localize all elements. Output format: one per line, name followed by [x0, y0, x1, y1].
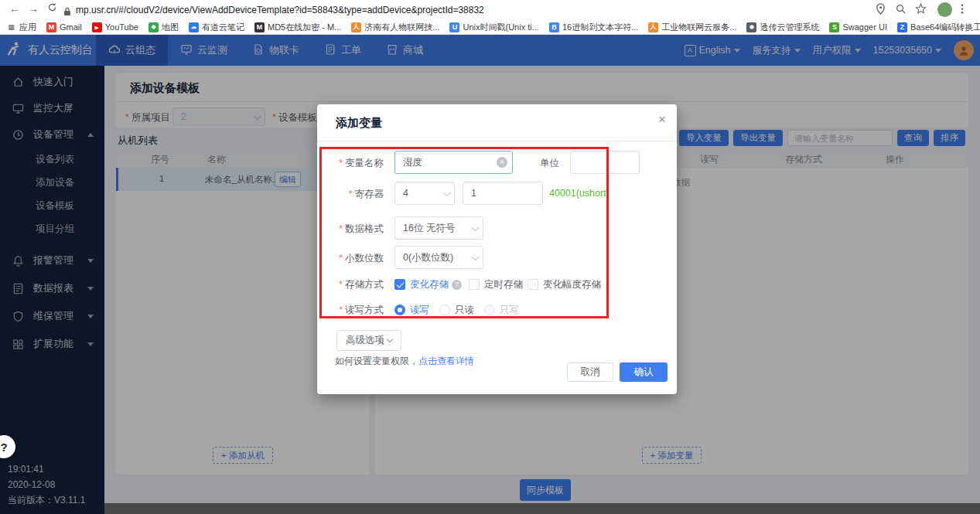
bookmark-unix-time[interactable]: UUnix时间戳(Unix ti... [449, 22, 538, 33]
forward-icon[interactable]: → [26, 2, 40, 15]
brand-title: 有人云控制台 [28, 43, 93, 57]
sidebar-item-maintenance[interactable]: 维保管理 [0, 302, 104, 330]
unit-label: 单位 [540, 157, 559, 170]
add-slave-button[interactable]: + 添加从机 [213, 447, 273, 464]
read-only-option[interactable]: 只读 [455, 304, 474, 317]
back-icon[interactable]: ← [8, 2, 22, 15]
reload-icon[interactable] [45, 2, 59, 15]
register-address-input[interactable] [463, 182, 543, 205]
sort-button[interactable]: 排序 [934, 130, 965, 146]
project-select[interactable]: 2 [172, 107, 265, 126]
shield-icon [12, 311, 24, 322]
bottom-strip [104, 503, 980, 514]
sidebar-item-add-device[interactable]: 添加设备 [0, 171, 104, 194]
tab-work-order[interactable]: 工单 [312, 35, 374, 66]
add-variable-dialog: 添加变量 × 变量名称 × 单位 寄存器 4 40001(ushort) 数据格… [317, 104, 677, 394]
radio-read-write[interactable] [394, 305, 405, 315]
add-variable-button[interactable]: + 添加变量 [642, 447, 702, 464]
browser-chrome: ← → mp.usr.cn/#/cloudV2/device/ViewAddDe… [0, 0, 980, 35]
tab-cloud-scada[interactable]: 云组态 [96, 35, 168, 66]
slave-no: 1 [159, 174, 164, 183]
data-format-select[interactable]: 16位 无符号 [394, 216, 483, 240]
service-support-menu[interactable]: 服务支持 [753, 44, 801, 57]
user-avatar[interactable] [954, 40, 974, 60]
clear-input-icon[interactable]: × [497, 157, 507, 168]
sync-template-button[interactable]: 同步模板 [520, 479, 571, 501]
bookmark-youdao[interactable]: ☁有道云笔记 [189, 22, 244, 33]
bookmark-base64[interactable]: ZBase64编码转换工... [897, 22, 980, 33]
url-row: ← → mp.usr.cn/#/cloudV2/device/ViewAddDe… [0, 0, 980, 20]
radio-write-only[interactable] [484, 305, 495, 315]
address-bar[interactable]: mp.usr.cn/#/cloudV2/device/ViewAddDevice… [76, 5, 484, 15]
bookmark-swagger[interactable]: SSwagger UI [829, 22, 886, 32]
sidebar-item-project-group[interactable]: 项目分组 [0, 217, 104, 240]
timed-storage-option[interactable]: 定时存储 [484, 278, 523, 291]
clock-date: 2020-12-08 [8, 477, 85, 492]
bookmark-apps[interactable]: ▦应用 [6, 22, 36, 33]
location-icon[interactable] [875, 3, 889, 17]
search-icon[interactable] [895, 3, 909, 17]
bookmark-md5[interactable]: MMD5在线加密 - M... [254, 22, 341, 33]
browser-menu-icon[interactable] [957, 3, 971, 17]
close-icon[interactable]: × [658, 112, 666, 128]
usr-person-icon: 人 [351, 22, 361, 32]
help-icon[interactable]: ? [452, 280, 462, 290]
radio-read-only[interactable] [439, 305, 450, 315]
read-write-option[interactable]: 读写 [410, 304, 429, 317]
sidebar-item-data-report[interactable]: 数据报表 [0, 274, 104, 302]
sidebar-item-monitor-screen[interactable]: 监控大屏 [0, 95, 104, 121]
register-hint: 40001(ushort) [549, 182, 610, 205]
unit-input[interactable] [570, 151, 640, 174]
amplitude-storage-option[interactable]: 变化幅度存储 [543, 278, 601, 291]
export-variable-button[interactable]: 导出变量 [733, 130, 783, 146]
sidebar-item-alarm-management[interactable]: 报警管理 [0, 247, 104, 274]
sidebar-item-device-list[interactable]: 设备列表 [0, 148, 104, 171]
data-format-label: 数据格式 [317, 223, 384, 236]
query-button[interactable]: 查询 [897, 130, 929, 146]
cancel-button[interactable]: 取消 [567, 363, 613, 382]
device-submenu: 设备列表 添加设备 设备模板 项目分组 [0, 148, 104, 240]
chevron-down-icon [794, 49, 801, 53]
chevron-down-icon [87, 342, 94, 346]
sidebar-item-extensions[interactable]: 扩展功能 [0, 330, 104, 358]
import-variable-button[interactable]: 导入变量 [679, 130, 729, 146]
bookmarks-bar: ▦应用 MGmail ▶YouTube ◆地图 ☁有道云笔记 MMD5在线加密 … [0, 20, 980, 35]
sidebar-item-device-management[interactable]: 设备管理 [0, 121, 104, 148]
checkbox-change-storage[interactable] [394, 279, 405, 290]
register-select[interactable]: 4 [394, 182, 455, 205]
checkbox-amplitude-storage[interactable] [528, 279, 538, 290]
unix-icon: U [449, 22, 459, 32]
view-details-link[interactable]: 点击查看详情 [418, 356, 474, 366]
bookmark-gmail[interactable]: MGmail [46, 22, 82, 32]
bell-icon [12, 255, 24, 267]
chevron-down-icon [387, 336, 393, 342]
bookmark-iiot-cloud[interactable]: 人工业物联网云服务... [648, 22, 736, 33]
variable-name-input[interactable] [394, 151, 513, 174]
browser-avatar[interactable] [937, 2, 952, 17]
sidebar-item-device-template[interactable]: 设备模板 [0, 194, 104, 217]
user-permission-menu[interactable]: 用户权限 [813, 44, 861, 57]
advanced-options-button[interactable]: 高级选项 [336, 330, 401, 351]
project-label: 所属项目： [125, 111, 179, 124]
sim-card-icon [252, 43, 265, 58]
sidebar-item-quick-start[interactable]: 快速入门 [0, 69, 104, 95]
checkbox-timed-storage[interactable] [469, 279, 480, 290]
bookmark-hex-text[interactable]: B16进制到文本字符... [549, 22, 638, 33]
account-menu[interactable]: 15253035650 [873, 45, 941, 56]
bookmark-maps[interactable]: ◆地图 [149, 22, 179, 33]
bookmark-passthrough[interactable]: ◉透传云管理系统 [746, 22, 819, 33]
change-storage-option[interactable]: 变化存储 [410, 278, 449, 291]
bookmark-youtube[interactable]: ▶YouTube [92, 22, 138, 32]
language-switcher[interactable]: A English [685, 45, 740, 56]
write-only-option[interactable]: 只写 [500, 304, 519, 317]
decimal-select[interactable]: 0(小数位数) [394, 246, 483, 269]
work-order-icon [324, 43, 336, 58]
variable-search-input[interactable] [787, 130, 893, 146]
tab-iot-card[interactable]: 物联卡 [240, 35, 312, 66]
bookmark-usr-tech[interactable]: 人济南有人物联网技... [351, 22, 439, 33]
bookmark-star-icon[interactable] [915, 3, 929, 17]
confirm-button[interactable]: 确认 [620, 363, 668, 382]
tab-cloud-monitor[interactable]: 云监测 [168, 35, 240, 66]
tab-mall[interactable]: 商城 [374, 35, 435, 66]
edit-slave-button[interactable]: 编辑 [275, 172, 301, 187]
